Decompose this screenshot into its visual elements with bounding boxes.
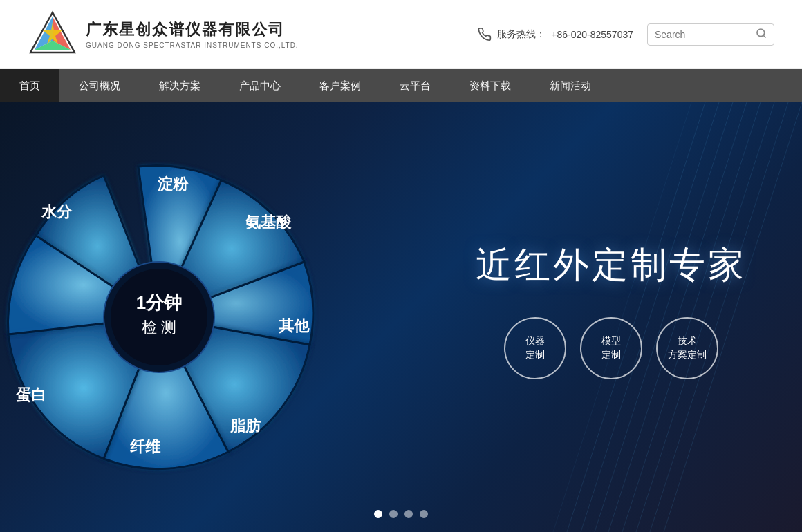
search-box[interactable] xyxy=(647,23,774,46)
phone-label: 服务热线： xyxy=(497,28,545,41)
company-name: 广东星创众谱仪器有限公司 xyxy=(86,19,299,40)
nav-item-solutions[interactable]: 解决方案 xyxy=(140,69,220,102)
company-sub: GUANG DONG SPECTRASTAR INSTRUMENTS CO.,L… xyxy=(86,41,299,49)
svg-point-17 xyxy=(111,269,207,365)
logo-area: 广东星创众谱仪器有限公司 GUANG DONG SPECTRASTAR INST… xyxy=(28,10,299,59)
nav-item-cases[interactable]: 客户案例 xyxy=(300,69,380,102)
svg-text:脂肪: 脂肪 xyxy=(230,417,261,435)
pie-wheel-container: 1分钟 检 测 水分 淀粉 氨基酸 其他 脂肪 纤维 蛋白 xyxy=(0,117,360,517)
nav-item-about[interactable]: 公司概况 xyxy=(59,69,140,102)
pie-wheel-svg: 1分钟 检 测 水分 淀粉 氨基酸 其他 脂肪 纤维 蛋白 xyxy=(0,117,360,517)
svg-text:纤维: 纤维 xyxy=(129,438,161,455)
hero-banner: 1分钟 检 测 水分 淀粉 氨基酸 其他 脂肪 纤维 蛋白 近红外定制专家 xyxy=(0,102,802,532)
slide-dots xyxy=(374,510,428,518)
phone-area: 服务热线： +86-020-82557037 xyxy=(478,28,633,41)
search-icon[interactable] xyxy=(756,28,767,41)
svg-text:淀粉: 淀粉 xyxy=(158,175,189,193)
slide-dot-4[interactable] xyxy=(420,510,428,518)
logo-text: 广东星创众谱仪器有限公司 GUANG DONG SPECTRASTAR INST… xyxy=(86,19,299,49)
nav-item-home[interactable]: 首页 xyxy=(0,69,59,102)
nav-item-products[interactable]: 产品中心 xyxy=(220,69,300,102)
svg-text:氨基酸: 氨基酸 xyxy=(245,213,292,231)
svg-text:水分: 水分 xyxy=(41,203,73,220)
logo-icon xyxy=(28,10,77,59)
hero-badge-model-label: 模型定制 xyxy=(602,334,621,361)
search-input[interactable] xyxy=(655,29,752,40)
svg-text:1分钟: 1分钟 xyxy=(136,292,182,313)
header-right: 服务热线： +86-020-82557037 xyxy=(478,23,774,46)
hero-right-content: 近红外定制专家 仪器定制 模型定制 技术方案定制 xyxy=(476,241,747,379)
hero-badge-model[interactable]: 模型定制 xyxy=(580,317,642,379)
hero-badge-tech[interactable]: 技术方案定制 xyxy=(656,317,718,379)
hero-title: 近红外定制专家 xyxy=(476,241,747,289)
hero-badges: 仪器定制 模型定制 技术方案定制 xyxy=(476,317,747,379)
phone-icon xyxy=(478,28,492,41)
phone-number: +86-020-82557037 xyxy=(551,29,633,40)
nav-item-downloads[interactable]: 资料下载 xyxy=(450,69,530,102)
svg-text:其他: 其他 xyxy=(279,317,310,334)
svg-text:检 测: 检 测 xyxy=(142,319,176,336)
hero-badge-device-label: 仪器定制 xyxy=(525,334,545,361)
hero-badge-device[interactable]: 仪器定制 xyxy=(504,317,566,379)
slide-dot-2[interactable] xyxy=(389,510,398,518)
svg-text:蛋白: 蛋白 xyxy=(16,386,46,403)
svg-line-6 xyxy=(763,35,765,37)
slide-dot-3[interactable] xyxy=(404,510,413,518)
nav-item-news[interactable]: 新闻活动 xyxy=(530,69,610,102)
hero-badge-tech-label: 技术方案定制 xyxy=(668,334,707,361)
slide-dot-1[interactable] xyxy=(374,510,382,518)
site-header: 广东星创众谱仪器有限公司 GUANG DONG SPECTRASTAR INST… xyxy=(0,0,802,69)
main-nav: 首页 公司概况 解决方案 产品中心 客户案例 云平台 资料下载 新闻活动 xyxy=(0,69,802,102)
nav-item-cloud[interactable]: 云平台 xyxy=(380,69,450,102)
